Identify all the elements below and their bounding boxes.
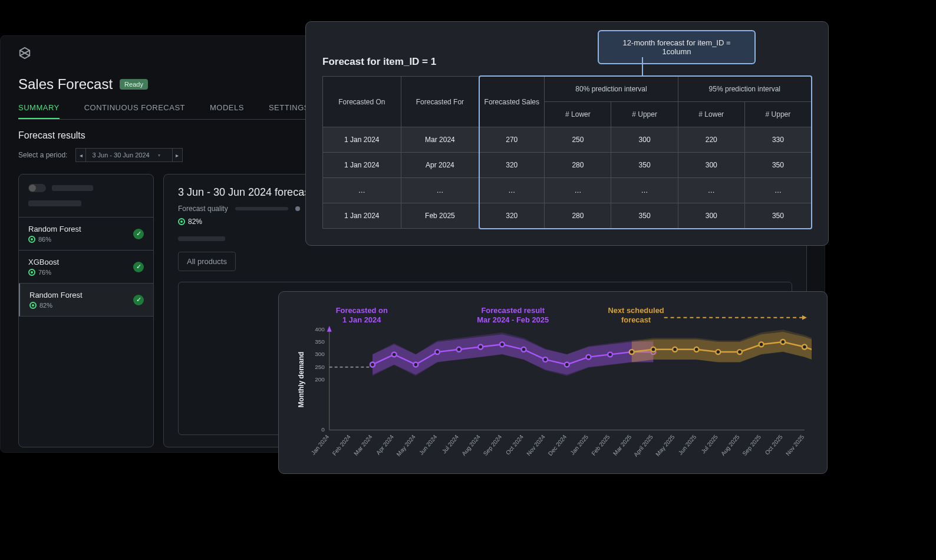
status-badge: Ready — [120, 79, 148, 90]
svg-point-66 — [802, 345, 807, 350]
svg-text:350: 350 — [315, 338, 325, 345]
th-forecasted-for: Forecasted For — [401, 77, 479, 127]
model-list-header — [19, 174, 153, 218]
table-row: ………………… — [323, 178, 812, 203]
svg-text:Feb 2025: Feb 2025 — [590, 433, 611, 457]
svg-point-58 — [630, 350, 634, 354]
svg-point-63 — [737, 350, 742, 354]
svg-point-50 — [500, 342, 505, 347]
model-pct: 86% — [38, 236, 51, 243]
target-icon — [28, 236, 35, 243]
svg-text:250: 250 — [315, 364, 325, 370]
svg-text:April 2025: April 2025 — [632, 433, 654, 458]
th-80-lower: # Lower — [545, 102, 611, 127]
svg-text:Apr 2024: Apr 2024 — [375, 433, 396, 456]
th-forecasted-on: Forecasted On — [323, 77, 401, 127]
table-callout: 12-month forecast for item_ID = 1column — [598, 30, 756, 64]
svg-point-53 — [565, 362, 569, 367]
svg-text:200: 200 — [315, 376, 325, 383]
svg-point-47 — [435, 350, 440, 354]
check-icon: ✓ — [133, 295, 144, 305]
period-prev-button[interactable]: ◂ — [75, 148, 86, 162]
svg-text:Dec 2024: Dec 2024 — [547, 433, 568, 457]
period-select[interactable]: 3 Jun - 30 Jun 2024 — [86, 148, 172, 162]
svg-point-59 — [651, 347, 655, 352]
svg-text:Jul 2024: Jul 2024 — [441, 433, 460, 454]
svg-text:Jan 2024: Jan 2024 — [310, 433, 331, 456]
model-item[interactable]: XGBoost76%✓ — [19, 251, 153, 284]
model-pct: 76% — [38, 269, 51, 276]
svg-text:May 2024: May 2024 — [395, 433, 417, 457]
svg-marker-34 — [327, 326, 332, 332]
svg-text:1 Jan 2024: 1 Jan 2024 — [342, 315, 381, 324]
svg-text:forecast: forecast — [621, 315, 651, 324]
svg-point-46 — [413, 362, 418, 367]
svg-point-68 — [370, 362, 375, 367]
svg-text:Nov 2025: Nov 2025 — [785, 433, 806, 457]
quality-label: Forecast quality — [178, 205, 228, 213]
check-icon: ✓ — [133, 229, 144, 239]
target-icon — [178, 218, 185, 225]
model-pct: 82% — [39, 302, 52, 309]
svg-text:Mar 2024 - Feb 2025: Mar 2024 - Feb 2025 — [477, 315, 549, 324]
svg-text:Next scheduled: Next scheduled — [608, 306, 664, 315]
forecast-table-card: 12-month forecast for item_ID = 1column … — [305, 21, 829, 246]
tab-settings[interactable]: SETTINGS — [269, 103, 309, 119]
target-icon — [29, 302, 37, 309]
svg-text:Sep 2025: Sep 2025 — [741, 433, 762, 457]
svg-text:Jun 2024: Jun 2024 — [418, 433, 439, 456]
model-item[interactable]: Random Forest82%✓ — [19, 284, 153, 317]
period-next-button[interactable]: ▸ — [172, 148, 183, 162]
th-80pct: 80% prediction interval — [545, 77, 678, 102]
svg-text:Monthly demand: Monthly demand — [297, 352, 305, 408]
model-name: Random Forest — [28, 225, 81, 233]
th-95pct: 95% prediction interval — [678, 77, 811, 102]
svg-text:Jan 2025: Jan 2025 — [569, 433, 589, 456]
tab-models[interactable]: MODELS — [210, 103, 244, 119]
th-95-upper: # Upper — [744, 102, 811, 127]
svg-point-60 — [673, 347, 677, 352]
table-row: 1 Jan 2024Apr 2024320280350300350 — [323, 153, 812, 178]
table-row: 1 Jan 2024Mar 2024270250300220330 — [323, 127, 812, 153]
svg-point-52 — [543, 357, 548, 362]
svg-point-65 — [780, 340, 785, 344]
forecast-chart-card: 0200250300350400Monthly demandJan 2024Fe… — [278, 291, 828, 474]
svg-text:Forecasted result: Forecasted result — [481, 306, 545, 315]
table-row: 1 Jan 2024Feb 2025320280350300350 — [323, 203, 812, 229]
th-80-upper: # Upper — [611, 102, 678, 127]
svg-text:Mar 2024: Mar 2024 — [352, 433, 374, 457]
logo-icon — [18, 47, 31, 60]
product-filter[interactable]: All products — [178, 252, 236, 271]
tab-continuous-forecast[interactable]: CONTINUOUS FORECAST — [84, 103, 185, 119]
svg-text:Mar 2025: Mar 2025 — [612, 433, 633, 457]
svg-point-61 — [694, 347, 699, 352]
svg-text:Oct 2025: Oct 2025 — [764, 433, 785, 456]
svg-text:Feb 2024: Feb 2024 — [331, 433, 352, 457]
svg-point-64 — [759, 342, 764, 347]
target-icon — [28, 269, 35, 276]
svg-point-62 — [716, 350, 720, 354]
svg-point-48 — [457, 347, 462, 352]
toggle-switch[interactable] — [28, 184, 46, 192]
th-forecasted-sales: Forecasted Sales — [479, 77, 545, 127]
svg-text:Sep 2024: Sep 2024 — [482, 433, 503, 457]
svg-text:Oct 2024: Oct 2024 — [505, 433, 525, 456]
forecast-table: Forecasted On Forecasted For Forecasted … — [322, 76, 812, 229]
model-sidebar: Random Forest86%✓XGBoost76%✓Random Fores… — [18, 174, 154, 447]
svg-text:400: 400 — [315, 326, 325, 332]
svg-point-51 — [522, 347, 526, 352]
quality-bar — [235, 207, 288, 210]
model-item[interactable]: Random Forest86%✓ — [19, 218, 153, 251]
svg-text:May 2025: May 2025 — [654, 433, 676, 457]
tab-summary[interactable]: SUMMARY — [18, 103, 60, 119]
svg-text:Aug 2025: Aug 2025 — [720, 433, 741, 457]
quality-dot — [295, 206, 300, 211]
page-title: Sales Forecast — [18, 76, 113, 93]
forecast-chart: 0200250300350400Monthly demandJan 2024Fe… — [294, 302, 812, 465]
model-name: XGBoost — [28, 258, 59, 266]
svg-point-55 — [608, 352, 612, 357]
svg-point-54 — [586, 355, 591, 360]
svg-text:Jul 2025: Jul 2025 — [700, 433, 719, 454]
svg-point-49 — [478, 345, 483, 350]
svg-text:Nov 2024: Nov 2024 — [525, 433, 546, 457]
